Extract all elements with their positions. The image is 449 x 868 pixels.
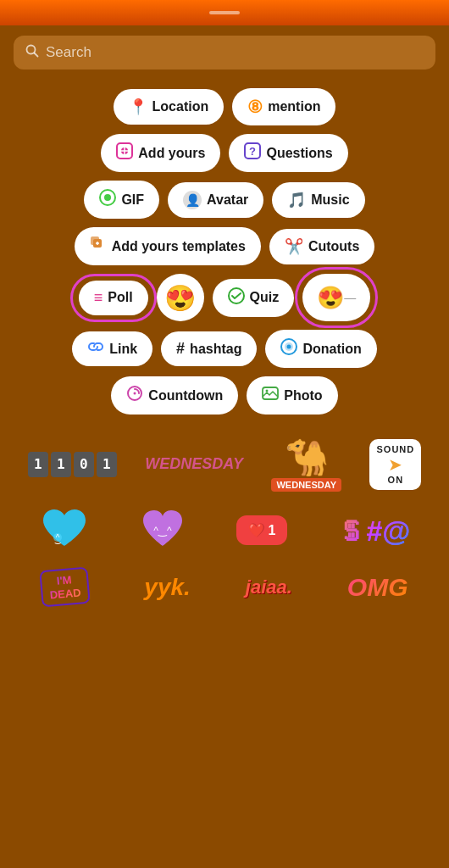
search-bar[interactable]: Search [14, 36, 435, 70]
quiz-button[interactable]: Quiz [213, 279, 295, 317]
add-yours-templates-button[interactable]: Add yours templates [75, 227, 261, 265]
add-yours-button[interactable]: Add yours [101, 134, 220, 172]
sticker-row-6: Link # hashtag Donation [72, 330, 377, 368]
emoji-face-1-icon: 😍 [164, 283, 196, 313]
top-bar [0, 0, 449, 25]
sticker-row-5: ≡ Poll 😍 Quiz 😍 — [79, 274, 371, 321]
purple-heart-sticker[interactable]: ^‿^ [140, 507, 186, 554]
sticker-showcase: 1 1 0 1 WEDNESDAY 🐪 WEDNESDAY SOUND ➤ ON… [14, 437, 435, 605]
add-yours-templates-icon [90, 236, 107, 257]
yyk-text: yyk. [144, 574, 191, 600]
like-heart-icon: ❤️ [248, 522, 265, 538]
gif-icon [99, 189, 116, 210]
photo-icon [262, 385, 279, 406]
sound-on-text: SOUND [376, 444, 414, 454]
svg-text:‿: ‿ [54, 537, 61, 544]
music-icon: 🎵 [287, 191, 306, 209]
omg-text: OMG [347, 573, 408, 601]
number-tiles-sticker[interactable]: 1 1 0 1 [28, 452, 117, 477]
avatar-button[interactable]: 👤 Avatar [168, 182, 263, 218]
search-placeholder: Search [46, 44, 91, 61]
blue-heart-sticker[interactable]: ^ ‿ [39, 505, 90, 555]
camel-sticker[interactable]: 🐪 WEDNESDAY [271, 437, 341, 492]
sound-on-text2: ON [388, 475, 404, 485]
countdown-button[interactable]: Countdown [111, 376, 238, 415]
sticker-row-4: Add yours templates ✂️ Cutouts [75, 227, 375, 265]
svg-point-17 [287, 345, 291, 349]
svg-point-19 [134, 392, 136, 395]
camel-label: WEDNESDAY [271, 478, 341, 492]
like-sticker[interactable]: ❤️ 1 [236, 515, 288, 545]
mention-icon: ⑧ [247, 97, 263, 117]
im-dead-text: I'MDEAD [48, 572, 81, 601]
photo-button[interactable]: Photo [247, 376, 337, 415]
svg-point-9 [104, 194, 111, 201]
poll-button[interactable]: ≡ Poll [79, 281, 148, 315]
link-icon [87, 340, 104, 358]
cutouts-button[interactable]: ✂️ Cutouts [269, 229, 374, 264]
im-dead-sticker[interactable]: I'MDEAD [40, 567, 91, 608]
questions-button[interactable]: ? Questions [229, 134, 347, 172]
omg-sticker[interactable]: OMG [347, 573, 408, 602]
link-button[interactable]: Link [72, 331, 152, 366]
music-button[interactable]: 🎵 Music [272, 182, 364, 218]
jaiaa-sticker[interactable]: jaiaa. [246, 576, 292, 598]
sticker-row-7: Countdown Photo [111, 376, 337, 415]
tile-2: 1 [51, 452, 71, 477]
svg-text:?: ? [249, 145, 256, 158]
tile-3: 0 [74, 452, 94, 477]
tile-1: 1 [28, 452, 48, 477]
tile-4: 1 [97, 452, 117, 477]
emoji-face-1-button[interactable]: 😍 [157, 274, 204, 321]
showcase-row-3: I'MDEAD yyk. jaiaa. OMG [14, 569, 435, 605]
wednesday-sticker[interactable]: WEDNESDAY [145, 455, 243, 473]
add-yours-icon [116, 142, 133, 164]
gif-button[interactable]: GIF [84, 181, 159, 219]
cutouts-icon: ✂️ [285, 237, 303, 256]
avatar-icon: 👤 [183, 191, 202, 209]
sticker-grid: 📍 Location ⑧ mention Add yours [0, 80, 449, 423]
hashtag-button[interactable]: # hashtag [161, 331, 257, 366]
sound-on-arrow: ➤ [388, 454, 402, 475]
sticker-row-1: 📍 Location ⑧ mention [114, 88, 336, 125]
svg-point-21 [266, 390, 269, 392]
hashtag-at-sticker[interactable]: ꌚ#@ [337, 513, 410, 548]
emoji-face-2-icon: 😍 [317, 285, 344, 311]
sound-on-sticker[interactable]: SOUND ➤ ON [369, 439, 421, 490]
countdown-icon [126, 385, 143, 406]
mention-button[interactable]: ⑧ mention [232, 88, 335, 125]
svg-text:^‿^: ^‿^ [153, 525, 172, 537]
sticker-row-2: Add yours ? Questions [101, 134, 347, 172]
drag-indicator [209, 11, 240, 14]
quiz-icon [228, 287, 245, 309]
poll-icon: ≡ [94, 289, 103, 307]
svg-line-1 [35, 53, 38, 57]
location-icon: 📍 [129, 97, 147, 116]
jaiaa-text: jaiaa. [246, 576, 292, 598]
emoji-face-2-button[interactable]: 😍 — [302, 274, 370, 321]
questions-icon: ? [244, 142, 261, 164]
hashtag-icon: # [176, 340, 185, 358]
showcase-row-2: ^ ‿ ^‿^ ❤️ 1 ꌚ#@ [14, 505, 435, 555]
sticker-row-3: GIF 👤 Avatar 🎵 Music [84, 181, 364, 219]
location-button[interactable]: 📍 Location [114, 89, 224, 125]
donation-icon [280, 338, 297, 359]
showcase-row-1: 1 1 0 1 WEDNESDAY 🐪 WEDNESDAY SOUND ➤ ON [14, 437, 435, 492]
like-count: 1 [269, 523, 276, 538]
camel-icon: 🐪 [285, 437, 329, 478]
yyk-sticker[interactable]: yyk. [144, 574, 191, 601]
search-icon [25, 44, 39, 61]
donation-button[interactable]: Donation [265, 330, 376, 368]
